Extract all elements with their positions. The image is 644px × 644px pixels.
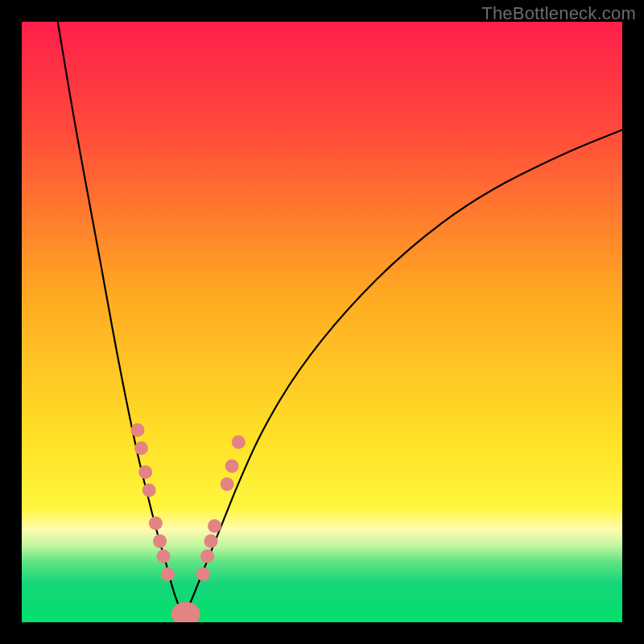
marker-dot — [232, 436, 246, 449]
marker-dot — [161, 568, 175, 581]
marker-dot — [142, 483, 156, 497]
chart-stage: TheBottleneck.com — [0, 0, 644, 644]
marker-dot — [196, 568, 210, 581]
marker-dot — [225, 460, 239, 473]
marker-dot — [200, 549, 214, 563]
marker-dot — [149, 516, 163, 530]
marker-dot — [208, 519, 221, 533]
marker-dot — [153, 535, 167, 548]
marker-dot — [138, 465, 152, 479]
marker-dot — [157, 549, 171, 563]
watermark-text: TheBottleneck.com — [481, 3, 636, 24]
bottleneck-chart — [22, 22, 622, 622]
marker-dot — [204, 535, 218, 548]
marker-dot — [134, 441, 148, 455]
marker-dot — [131, 423, 145, 437]
marker-dot — [221, 477, 234, 491]
